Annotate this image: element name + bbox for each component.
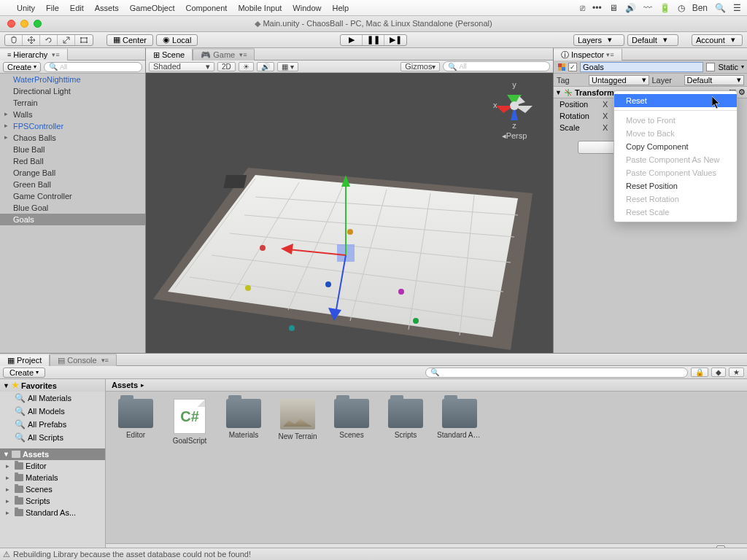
tree-item[interactable]: ▸Scenes bbox=[0, 483, 105, 495]
svg-point-4 bbox=[86, 42, 88, 43]
menu-edit[interactable]: Edit bbox=[70, 4, 84, 12]
hierarchy-search[interactable]: 🔍All bbox=[44, 62, 142, 72]
favorites-header[interactable]: ▼★Favorites bbox=[0, 379, 105, 392]
shading-dropdown[interactable]: Shaded▾ bbox=[149, 62, 214, 71]
tab-console[interactable]: ▤Console▾≡ bbox=[50, 354, 117, 366]
clock-icon[interactable]: ◷ bbox=[678, 3, 685, 13]
volume-icon[interactable]: 🔊 bbox=[625, 3, 636, 13]
breadcrumb[interactable]: Assets▸ bbox=[106, 379, 747, 392]
rect-tool[interactable] bbox=[75, 35, 93, 45]
project-search[interactable]: 🔍 bbox=[425, 368, 688, 378]
static-checkbox[interactable] bbox=[706, 63, 715, 71]
playback-controls: ▶ ❚❚ ▶❚ bbox=[340, 34, 407, 46]
battery-icon[interactable]: 🔋 bbox=[659, 3, 670, 13]
tab-project[interactable]: ▦Project bbox=[0, 354, 50, 366]
static-dropdown[interactable]: ▾ bbox=[741, 63, 744, 70]
tree-item[interactable]: ▸Scripts bbox=[0, 495, 105, 507]
display-icon[interactable]: 🖥 bbox=[609, 3, 618, 13]
gizmos-dropdown[interactable]: Gizmos ▾ bbox=[400, 62, 440, 71]
asset-item[interactable]: New Terrain bbox=[275, 399, 320, 440]
menu-unity[interactable]: Unity bbox=[17, 4, 35, 12]
scene-view[interactable]: y x z ◂Persp bbox=[146, 73, 553, 353]
layout-dropdown[interactable]: Default▾ bbox=[627, 34, 678, 46]
menu-assets[interactable]: Assets bbox=[95, 4, 119, 12]
assets-header[interactable]: ▼Assets bbox=[0, 448, 105, 460]
step-button[interactable]: ▶❚ bbox=[384, 35, 406, 45]
hierarchy-item[interactable]: Green Ball bbox=[0, 179, 145, 190]
fav-models[interactable]: 🔍All Models bbox=[0, 405, 105, 418]
context-menu-item[interactable]: Reset Position bbox=[614, 179, 737, 192]
layer-dropdown[interactable]: Default▾ bbox=[684, 75, 745, 85]
tree-item[interactable]: ▸Editor bbox=[0, 460, 105, 472]
active-checkbox[interactable]: ✓ bbox=[568, 63, 577, 71]
move-tool[interactable] bbox=[23, 35, 40, 45]
hierarchy-item[interactable]: Walls bbox=[0, 109, 145, 120]
rotate-tool[interactable] bbox=[40, 35, 58, 45]
name-field[interactable] bbox=[580, 62, 703, 72]
hierarchy-item[interactable]: Blue Goal bbox=[0, 202, 145, 214]
menu-window[interactable]: Window bbox=[293, 4, 321, 12]
hand-tool[interactable] bbox=[5, 35, 23, 45]
pivot-local-button[interactable]: ◉Local bbox=[156, 34, 198, 46]
menu-file[interactable]: File bbox=[46, 4, 59, 12]
hierarchy-item[interactable]: Red Ball bbox=[0, 155, 145, 167]
save-search-icon[interactable]: ★ bbox=[729, 368, 744, 377]
tree-item[interactable]: ▸Standard As... bbox=[0, 507, 105, 518]
fav-scripts[interactable]: 🔍All Scripts bbox=[0, 431, 105, 444]
asset-item[interactable]: Editor bbox=[113, 399, 158, 439]
asset-item[interactable]: Scripts bbox=[383, 399, 428, 439]
hierarchy-item[interactable]: FPSController bbox=[0, 120, 145, 132]
context-menu-item[interactable]: Reset bbox=[614, 94, 737, 107]
tab-scene[interactable]: ⊞Scene bbox=[146, 48, 193, 61]
user-label[interactable]: Ben bbox=[692, 3, 708, 13]
hierarchy-item[interactable]: Chaos Balls bbox=[0, 132, 145, 144]
asset-item[interactable]: Scenes bbox=[329, 399, 374, 439]
menu-mobileinput[interactable]: Mobile Input bbox=[238, 4, 282, 12]
gear-icon[interactable]: ⚙ bbox=[738, 88, 746, 97]
search-icon[interactable]: 🔍 bbox=[715, 3, 726, 13]
hierarchy-item[interactable]: Orange Ball bbox=[0, 167, 145, 179]
hierarchy-item[interactable]: Game Controller bbox=[0, 190, 145, 202]
filter-icon[interactable]: 🔒 bbox=[691, 368, 708, 377]
tab-hierarchy[interactable]: ≡Hierarchy▾≡ bbox=[0, 48, 68, 61]
2d-toggle[interactable]: 2D bbox=[217, 62, 236, 71]
tab-game[interactable]: 🎮Game▾≡ bbox=[193, 48, 255, 61]
hierarchy-item[interactable]: Goals bbox=[0, 214, 145, 225]
menu-component[interactable]: Component bbox=[186, 4, 228, 12]
asset-item[interactable]: Standard Ass... bbox=[437, 399, 482, 439]
hierarchy-item[interactable]: Directional Light bbox=[0, 85, 145, 97]
wifi-icon[interactable]: 〰 bbox=[643, 3, 652, 13]
tree-item[interactable]: ▸Materials bbox=[0, 472, 105, 483]
menu-gameobject[interactable]: GameObject bbox=[130, 4, 175, 12]
tag-label: Tag bbox=[557, 76, 586, 85]
play-button[interactable]: ▶ bbox=[341, 35, 363, 45]
project-create-dropdown[interactable]: Create▾ bbox=[3, 368, 45, 378]
orientation-gizmo[interactable]: y x z ◂Persp bbox=[489, 80, 540, 131]
account-dropdown[interactable]: Account▾ bbox=[692, 34, 743, 46]
layers-dropdown[interactable]: Layers▾ bbox=[573, 34, 624, 46]
hierarchy-item[interactable]: Blue Ball bbox=[0, 144, 145, 155]
svg-point-22 bbox=[347, 229, 353, 235]
filter-type-icon[interactable]: ◆ bbox=[711, 368, 726, 377]
fav-prefabs[interactable]: 🔍All Prefabs bbox=[0, 418, 105, 431]
scale-tool[interactable] bbox=[58, 35, 75, 45]
more-icon[interactable]: ••• bbox=[592, 3, 602, 13]
hierarchy-item[interactable]: Terrain bbox=[0, 97, 145, 109]
scene-search[interactable]: 🔍All bbox=[443, 61, 550, 71]
fx-toggle[interactable]: ▦ ▾ bbox=[277, 62, 298, 71]
tab-inspector[interactable]: ⓘInspector▾≡ bbox=[554, 48, 622, 61]
context-menu-item[interactable]: Copy Component bbox=[614, 140, 737, 153]
pause-button[interactable]: ❚❚ bbox=[363, 35, 384, 45]
fav-materials[interactable]: 🔍All Materials bbox=[0, 392, 105, 405]
audio-toggle[interactable]: 🔊 bbox=[257, 62, 274, 71]
camera-icon[interactable]: ⎚ bbox=[580, 3, 585, 13]
menu-icon[interactable]: ☰ bbox=[733, 3, 741, 13]
hierarchy-item[interactable]: WaterProNighttime bbox=[0, 74, 145, 85]
asset-item[interactable]: Materials bbox=[221, 399, 266, 439]
tag-dropdown[interactable]: Untagged▾ bbox=[589, 75, 649, 85]
light-toggle[interactable]: ☀ bbox=[239, 62, 254, 71]
asset-item[interactable]: C#GoalScript bbox=[167, 399, 212, 445]
menu-help[interactable]: Help bbox=[332, 4, 349, 12]
create-dropdown[interactable]: Create▾ bbox=[3, 62, 41, 72]
pivot-center-button[interactable]: ▦Center bbox=[107, 34, 153, 46]
